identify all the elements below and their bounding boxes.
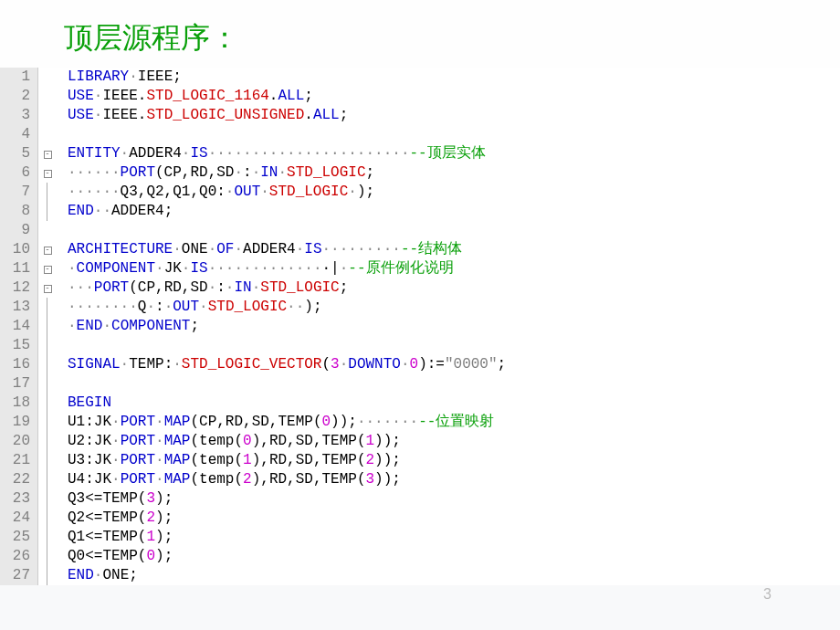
code-line: LIBRARY·IEEE; bbox=[68, 68, 506, 87]
line-number: 24 bbox=[4, 509, 30, 528]
line-number-gutter: 1234567891011121314151617181920212223242… bbox=[0, 68, 38, 585]
fold-marker bbox=[38, 509, 57, 528]
line-number: 19 bbox=[4, 413, 30, 432]
code-line: U4:JK·PORT·MAP(temp(2),RD,SD,TEMP(3)); bbox=[68, 470, 506, 489]
fold-marker: - bbox=[38, 259, 57, 278]
code-line: Q2<=TEMP(2); bbox=[68, 509, 506, 528]
fold-marker bbox=[38, 547, 57, 566]
fold-marker bbox=[38, 374, 57, 394]
code-line bbox=[68, 221, 506, 240]
line-number: 20 bbox=[4, 432, 30, 451]
line-number: 26 bbox=[4, 547, 30, 566]
line-number: 11 bbox=[4, 259, 30, 278]
line-number: 4 bbox=[4, 125, 30, 144]
fold-marker bbox=[38, 202, 57, 221]
code-line: ········Q·:·OUT·STD_LOGIC··); bbox=[68, 298, 506, 317]
line-number: 2 bbox=[4, 87, 30, 106]
code-line: ······Q3,Q2,Q1,Q0:·OUT·STD_LOGIC·); bbox=[68, 183, 506, 202]
code-line: ·END·COMPONENT; bbox=[68, 317, 506, 336]
code-line: Q1<=TEMP(1); bbox=[68, 528, 506, 547]
fold-marker bbox=[38, 489, 57, 509]
line-number: 25 bbox=[4, 528, 30, 547]
line-number: 14 bbox=[4, 317, 30, 336]
fold-marker bbox=[38, 183, 57, 202]
line-number: 10 bbox=[4, 240, 30, 259]
fold-marker bbox=[38, 87, 57, 106]
code-line: USE·IEEE.STD_LOGIC_UNSIGNED.ALL; bbox=[68, 106, 506, 125]
code-line: USE·IEEE.STD_LOGIC_1164.ALL; bbox=[68, 87, 506, 106]
line-number: 1 bbox=[4, 68, 30, 87]
code-line: ARCHITECTURE·ONE·OF·ADDER4·IS·········--… bbox=[68, 240, 506, 259]
code-content: LIBRARY·IEEE;USE·IEEE.STD_LOGIC_1164.ALL… bbox=[57, 68, 506, 585]
code-line: ENTITY·ADDER4·IS·······················-… bbox=[68, 144, 506, 163]
line-number: 21 bbox=[4, 451, 30, 470]
line-number: 13 bbox=[4, 298, 30, 317]
code-line: SIGNAL·TEMP:·STD_LOGIC_VECTOR(3·DOWNTO·0… bbox=[68, 355, 506, 374]
code-line: END··ADDER4; bbox=[68, 202, 506, 221]
line-number: 6 bbox=[4, 163, 30, 183]
fold-marker: - bbox=[38, 163, 57, 183]
code-line bbox=[68, 336, 506, 355]
code-line bbox=[68, 125, 506, 144]
code-line: END·ONE; bbox=[68, 566, 506, 585]
fold-marker bbox=[38, 528, 57, 547]
fold-marker bbox=[38, 451, 57, 470]
line-number: 18 bbox=[4, 394, 30, 413]
fold-marker: - bbox=[38, 144, 57, 163]
line-number: 17 bbox=[4, 374, 30, 394]
line-number: 9 bbox=[4, 221, 30, 240]
fold-marker bbox=[38, 125, 57, 144]
code-line: Q3<=TEMP(3); bbox=[68, 489, 506, 509]
fold-marker: - bbox=[38, 278, 57, 298]
fold-marker: - bbox=[38, 240, 57, 259]
code-editor: 1234567891011121314151617181920212223242… bbox=[0, 68, 840, 585]
code-line: ······PORT(CP,RD,SD·:·IN·STD_LOGIC; bbox=[68, 163, 506, 183]
code-line: U2:JK·PORT·MAP(temp(0),RD,SD,TEMP(1)); bbox=[68, 432, 506, 451]
fold-marker bbox=[38, 432, 57, 451]
fold-marker bbox=[38, 394, 57, 413]
line-number: 27 bbox=[4, 566, 30, 585]
fold-marker bbox=[38, 566, 57, 585]
code-line bbox=[68, 374, 506, 394]
fold-marker bbox=[38, 413, 57, 432]
fold-marker bbox=[38, 336, 57, 355]
line-number: 7 bbox=[4, 183, 30, 202]
code-line: ···PORT(CP,RD,SD·:·IN·STD_LOGIC; bbox=[68, 278, 506, 298]
fold-column: ----- bbox=[38, 68, 57, 585]
line-number: 3 bbox=[4, 106, 30, 125]
page-number: 3 bbox=[763, 586, 772, 603]
fold-marker bbox=[38, 106, 57, 125]
fold-marker bbox=[38, 355, 57, 374]
line-number: 22 bbox=[4, 470, 30, 489]
line-number: 15 bbox=[4, 336, 30, 355]
fold-marker bbox=[38, 470, 57, 489]
slide-title: 顶层源程序： bbox=[0, 0, 840, 68]
line-number: 16 bbox=[4, 355, 30, 374]
line-number: 8 bbox=[4, 202, 30, 221]
fold-marker bbox=[38, 68, 57, 87]
code-line: Q0<=TEMP(0); bbox=[68, 547, 506, 566]
line-number: 12 bbox=[4, 278, 30, 298]
line-number: 23 bbox=[4, 489, 30, 509]
code-line: U1:JK·PORT·MAP(CP,RD,SD,TEMP(0));·······… bbox=[68, 413, 506, 432]
fold-marker bbox=[38, 221, 57, 240]
code-line: BEGIN bbox=[68, 394, 506, 413]
fold-marker bbox=[38, 298, 57, 317]
fold-marker bbox=[38, 317, 57, 336]
code-line: ·COMPONENT·JK·IS··············|·--原件例化说明 bbox=[68, 259, 506, 278]
code-line: U3:JK·PORT·MAP(temp(1),RD,SD,TEMP(2)); bbox=[68, 451, 506, 470]
line-number: 5 bbox=[4, 144, 30, 163]
